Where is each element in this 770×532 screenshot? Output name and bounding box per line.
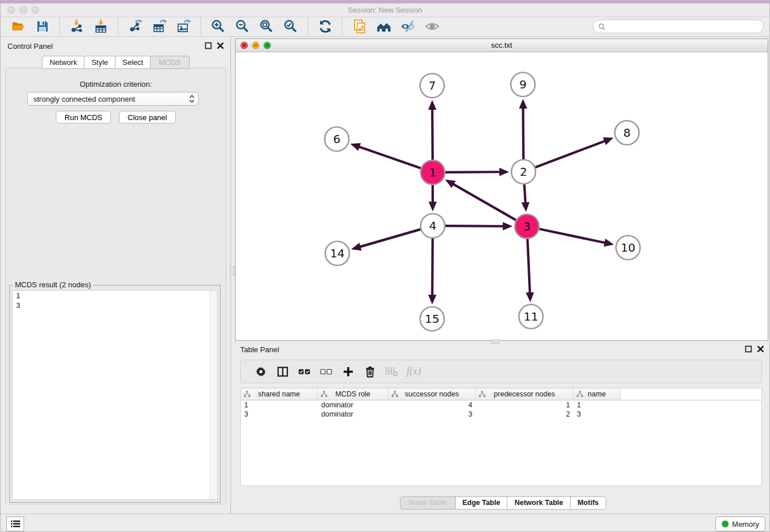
save-icon <box>35 19 50 34</box>
graph-edge-1-7[interactable] <box>432 109 433 160</box>
graph-edge-arrow <box>503 222 513 230</box>
control-panel-float-button[interactable] <box>205 42 212 49</box>
graph-node-label: 6 <box>333 132 341 146</box>
table-tab-network-table[interactable]: Network Table <box>507 496 571 510</box>
zoom-out-button[interactable] <box>232 17 253 36</box>
memory-button[interactable]: Memory <box>715 516 765 531</box>
graph-edge-3-10[interactable] <box>540 229 606 243</box>
control-panel: Control Panel NetworkStyleSelectMCDS Opt… <box>1 37 231 514</box>
home-button[interactable] <box>373 17 395 36</box>
table-splitter-handle[interactable] <box>491 340 499 344</box>
table-panel-float-button[interactable] <box>745 345 752 353</box>
control-tab-network[interactable]: Network <box>42 56 84 69</box>
mcds-result-lines: 13 <box>13 291 217 310</box>
control-panel-close-button[interactable] <box>217 42 224 49</box>
table-cell[interactable]: dominator <box>318 410 388 419</box>
table-cell[interactable]: dominator <box>318 400 388 410</box>
result-scrollbar[interactable] <box>210 291 217 499</box>
import-network-button[interactable] <box>66 17 88 36</box>
hide-selected-button[interactable] <box>397 17 419 36</box>
open-session-button[interactable] <box>7 17 29 36</box>
column-type-icon <box>321 391 328 398</box>
unselect-all-columns-button[interactable] <box>317 363 336 381</box>
table-row[interactable]: 1dominator411 <box>241 400 761 410</box>
graph-edge-3-1[interactable] <box>453 184 516 220</box>
control-tab-style[interactable]: Style <box>84 56 116 69</box>
graph-edge-4-3[interactable] <box>445 226 504 226</box>
graph-edge-4-15[interactable] <box>432 238 433 296</box>
run-mcds-button[interactable]: Run MCDS <box>56 111 111 124</box>
graph-edge-2-3[interactable] <box>524 184 525 203</box>
column-header-shared-name[interactable]: shared name <box>241 388 318 400</box>
table-tab-node-table[interactable]: Node Table <box>400 496 455 510</box>
graph-node-label: 11 <box>523 310 538 323</box>
table-cell[interactable]: 1 <box>476 400 573 410</box>
column-header-MCDS-role[interactable]: MCDS role <box>318 388 388 400</box>
duplicate-network-button[interactable] <box>349 17 371 36</box>
graph-edge-arrow <box>351 242 361 250</box>
table-settings-button[interactable] <box>251 363 271 381</box>
control-tab-select[interactable]: Select <box>115 56 151 69</box>
show-all-button <box>421 17 443 36</box>
import-table-icon <box>94 19 109 34</box>
table-tab-edge-table[interactable]: Edge Table <box>455 496 508 510</box>
criterion-select[interactable]: strongly connected component <box>27 92 199 106</box>
graph-edge-3-11[interactable] <box>528 239 530 294</box>
search-field[interactable] <box>593 20 764 33</box>
zoom-fit-button[interactable] <box>256 17 278 36</box>
table-cell[interactable]: 3 <box>573 410 621 419</box>
graph-node-label: 3 <box>523 219 531 233</box>
check-pair-icon <box>298 365 311 378</box>
network-frame-titlebar[interactable]: scc.txt <box>236 39 768 52</box>
close-panel-button[interactable]: Close panel <box>119 111 176 124</box>
delete-table-button <box>382 363 402 381</box>
save-session-button[interactable] <box>32 17 53 36</box>
criterion-selected-value: strongly connected component <box>33 95 189 103</box>
graph-edge-2-9[interactable] <box>523 107 523 159</box>
delete-columns-button[interactable] <box>360 363 380 381</box>
open-icon <box>11 19 26 34</box>
table-cell[interactable]: 4 <box>388 400 476 410</box>
add-column-button[interactable] <box>338 363 358 381</box>
export-image-button[interactable] <box>173 17 195 36</box>
table-panel-close-button[interactable] <box>757 345 764 353</box>
toolbar-separator <box>59 18 60 35</box>
show-columns-button[interactable] <box>273 363 292 381</box>
graph-edge-1-6[interactable] <box>359 147 421 168</box>
control-tab-mcds[interactable]: MCDS <box>150 56 189 69</box>
gear-icon <box>255 365 267 378</box>
table-row[interactable]: 3dominator323 <box>241 410 761 419</box>
import-table-button[interactable] <box>90 17 112 36</box>
graph-edge-4-14[interactable] <box>359 229 420 247</box>
column-header-name[interactable]: name <box>573 388 621 400</box>
toolbar-separator <box>118 18 119 35</box>
graph-node-label: 14 <box>330 246 344 260</box>
apply-layout-button[interactable] <box>314 17 336 36</box>
table-cell[interactable]: 1 <box>241 400 318 410</box>
table-panel: Table Panel f(x) shared nameMCDS rolesuc… <box>235 344 770 514</box>
status-list-button[interactable] <box>6 516 24 531</box>
export-table-button[interactable] <box>149 17 171 36</box>
table-cell[interactable]: 1 <box>573 400 621 410</box>
column-header-predecessor-nodes[interactable]: predecessor nodes <box>476 388 573 400</box>
table-cell[interactable]: 2 <box>476 410 573 419</box>
graph-edge-1-2[interactable] <box>445 172 500 172</box>
graph-edge-arrow <box>526 292 534 302</box>
mcds-result-list[interactable]: 13 <box>12 290 218 500</box>
search-input[interactable] <box>606 21 763 32</box>
panel-splitter-handle[interactable] <box>230 266 234 276</box>
table-cell[interactable]: 3 <box>241 410 318 419</box>
zoom-in-button[interactable] <box>207 17 229 36</box>
column-header-successor-nodes[interactable]: successor nodes <box>388 388 476 400</box>
table-cell[interactable]: 3 <box>388 410 476 419</box>
graph-edge-2-8[interactable] <box>536 141 606 167</box>
export-network-button[interactable] <box>125 17 147 36</box>
control-panel-tabs: NetworkStyleSelectMCDS <box>1 56 230 68</box>
select-all-columns-button[interactable] <box>295 363 314 381</box>
table-tab-motifs[interactable]: Motifs <box>570 496 606 510</box>
network-graph[interactable]: 7968124314101511 <box>236 52 768 340</box>
table-rows: 1dominator4113dominator323 <box>241 400 761 419</box>
memory-button-label: Memory <box>732 520 759 529</box>
zoom-selected-button[interactable] <box>280 17 302 36</box>
select-stepper-icon <box>189 94 195 103</box>
